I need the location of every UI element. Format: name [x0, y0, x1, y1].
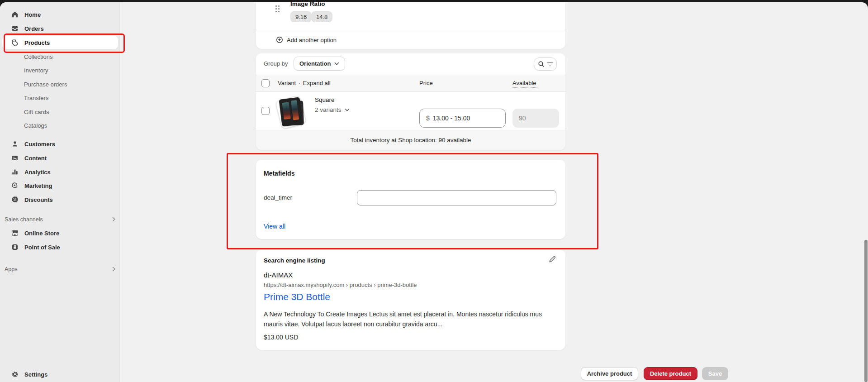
variant-expand-toggle[interactable]: 2 variants: [315, 106, 350, 113]
sidebar-item-label: Inventory: [24, 67, 48, 74]
gear-icon: [11, 371, 19, 378]
add-another-option-button[interactable]: Add another option: [272, 34, 337, 46]
price-value: 13.00 - 15.00: [433, 115, 470, 122]
seo-card-title: Search engine listing: [264, 257, 325, 264]
sidebar-section-sales-channels[interactable]: Sales channels: [5, 214, 116, 225]
customers-icon: [11, 140, 19, 148]
seo-price: $13.00 USD: [264, 334, 298, 341]
sidebar-item-home[interactable]: Home: [2, 8, 118, 21]
sidebar-item-label: Analytics: [24, 169, 51, 176]
variants-card: Group by Orientation Variant · Expand al…: [256, 53, 565, 150]
variant-header-label: Variant: [278, 80, 296, 86]
variant-row-checkbox[interactable]: [261, 107, 270, 115]
divider: [256, 30, 565, 30]
sidebar-item-label: Collections: [24, 53, 53, 60]
variant-table-header: Variant · Expand all Price Available: [256, 75, 565, 92]
annotation-box-products: [4, 33, 125, 53]
seo-site-name: dt-AIMAX: [264, 271, 293, 279]
filter-icon: [547, 62, 553, 67]
sidebar-section-apps[interactable]: Apps: [5, 263, 116, 275]
admin-page: Home Orders Products Collections Invento…: [0, 2, 868, 382]
sidebar-item-customers[interactable]: Customers: [2, 138, 118, 150]
scrollbar-thumb[interactable]: [864, 240, 868, 382]
sidebar-item-label: Orders: [24, 25, 44, 32]
sidebar-item-label: Settings: [24, 371, 47, 378]
sidebar-item-label: Online Store: [24, 230, 59, 237]
plus-circle-icon: [276, 36, 283, 43]
total-inventory-footer: Total inventory at Shop location: 90 ava…: [256, 130, 565, 150]
sidebar-item-online-store[interactable]: Online Store: [2, 227, 118, 239]
sidebar-item-label: Discounts: [24, 196, 53, 203]
group-by-label: Group by: [264, 60, 288, 67]
marketing-icon: [11, 182, 19, 190]
sidebar-item-label: Point of Sale: [24, 244, 60, 251]
product-image: [279, 97, 303, 126]
sidebar-item-label: Catalogs: [24, 122, 47, 129]
group-by-select[interactable]: Orientation: [294, 57, 345, 71]
sidebar-item-label: Transfers: [24, 95, 48, 101]
sidebar-item-label: Gift cards: [24, 109, 49, 115]
archive-product-button[interactable]: Archive product: [581, 367, 638, 380]
sidebar-item-inventory[interactable]: Inventory: [2, 64, 118, 76]
column-header-variant: Variant · Expand all: [278, 80, 331, 86]
seo-breadcrumb-url: https://dt-aimax.myshopify.com › product…: [264, 282, 417, 288]
sidebar-item-analytics[interactable]: Analytics: [2, 166, 118, 178]
drag-handle-icon[interactable]: [275, 5, 280, 13]
pos-icon: [11, 244, 19, 251]
sidebar-item-label: Purchase orders: [24, 81, 67, 88]
currency-prefix: $: [426, 115, 430, 122]
chip-label: 9:16: [295, 14, 307, 20]
seo-page-title-link[interactable]: Prime 3D Bottle: [264, 291, 330, 302]
search-engine-listing-card: Search engine listing dt-AIMAX https://d…: [256, 250, 565, 350]
chevron-right-icon: [112, 265, 116, 273]
chip-label: 14:8: [316, 14, 327, 20]
column-header-available: Available: [512, 80, 536, 88]
group-by-value: Orientation: [299, 60, 331, 67]
analytics-icon: [11, 168, 19, 176]
available-quantity-input[interactable]: [512, 109, 559, 128]
sidebar-item-transfers[interactable]: Transfers: [2, 91, 118, 104]
pencil-icon[interactable]: [548, 255, 557, 264]
section-label: Sales channels: [5, 216, 43, 223]
sidebar-item-point-of-sale[interactable]: Point of Sale: [2, 241, 118, 253]
variant-row: Square 2 variants $ 13.00 - 15.00: [256, 92, 565, 130]
sidebar-item-catalogs[interactable]: Catalogs: [2, 119, 118, 132]
sidebar-item-content[interactable]: Content: [2, 152, 118, 164]
sidebar-item-label: Content: [24, 155, 47, 162]
chevron-right-icon: [112, 215, 116, 224]
seo-description: A New Technology To Create Images Lectus…: [264, 309, 560, 329]
home-icon: [11, 11, 19, 19]
delete-product-button[interactable]: Delete product: [644, 367, 697, 380]
option-value-chip[interactable]: 14:8: [311, 11, 332, 22]
search-and-filter-button[interactable]: [534, 57, 557, 71]
expand-all-button[interactable]: Expand all: [303, 80, 331, 86]
save-button[interactable]: Save: [702, 367, 728, 380]
variant-count-label: 2 variants: [315, 106, 342, 113]
total-inventory-text: Total inventory at Shop location: 90 ava…: [350, 137, 471, 143]
discounts-icon: [11, 196, 19, 204]
chevron-down-icon: [345, 108, 350, 112]
variant-options-card: Image Ratio 9:16 14:8 Add another option: [256, 2, 565, 49]
select-all-checkbox[interactable]: [261, 79, 270, 87]
section-label: Apps: [5, 266, 18, 272]
sidebar-item-marketing[interactable]: Marketing: [2, 179, 118, 192]
store-icon: [11, 229, 19, 237]
sidebar-item-discounts[interactable]: Discounts: [2, 193, 118, 206]
content-icon: [11, 154, 19, 162]
variant-thumbnail[interactable]: [275, 97, 308, 128]
option-value-chip[interactable]: 9:16: [290, 11, 312, 22]
chevron-down-icon: [334, 62, 339, 66]
sidebar-item-settings[interactable]: Settings: [2, 368, 118, 381]
sidebar-item-label: Customers: [24, 141, 55, 148]
price-input[interactable]: $ 13.00 - 15.00: [419, 109, 506, 128]
column-header-price: Price: [419, 80, 433, 86]
variant-name[interactable]: Square: [315, 96, 335, 103]
header-separator: ·: [299, 80, 300, 86]
sidebar-item-gift-cards[interactable]: Gift cards: [2, 105, 118, 118]
sidebar-item-label: Home: [24, 11, 41, 18]
orders-icon: [11, 25, 19, 33]
sidebar: Home Orders Products Collections Invento…: [0, 2, 120, 382]
sidebar-item-orders[interactable]: Orders: [2, 22, 118, 35]
annotation-box-metafields: [227, 153, 598, 249]
sidebar-item-purchase-orders[interactable]: Purchase orders: [2, 78, 118, 91]
